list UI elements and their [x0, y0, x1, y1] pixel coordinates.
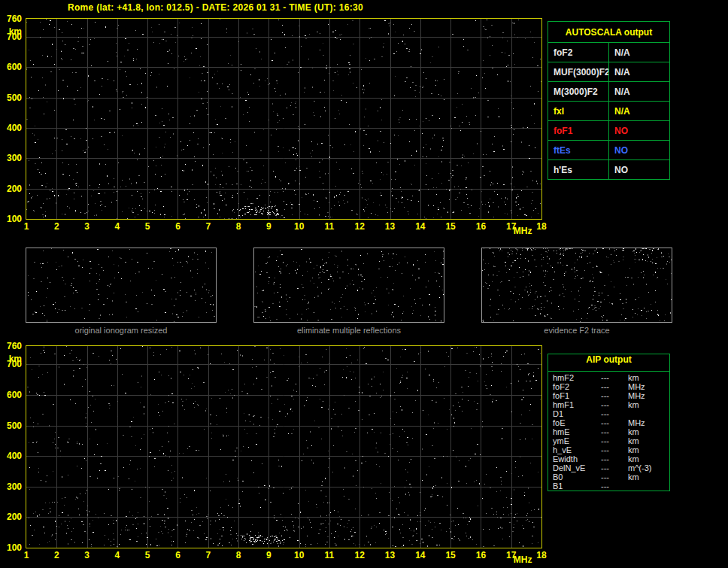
autoscala-row-fof1: foF1NO — [548, 121, 670, 141]
y-tick-label: 100 — [1, 214, 22, 223]
x-tick-label: 10 — [290, 551, 308, 560]
aip-param-label: hmF2 — [553, 373, 601, 382]
y-tick-label: 200 — [1, 184, 22, 193]
aip-param-value: --- — [601, 409, 628, 418]
panel-caption-eliminate-reflections: eliminate multiple reflections — [253, 326, 444, 335]
aip-row-b1: B1--- — [548, 481, 669, 491]
x-tick-label: 9 — [259, 222, 278, 231]
panel-eliminate-reflections-canvas — [254, 248, 444, 322]
x-tick-label: 15 — [441, 551, 460, 560]
autoscala-param-label: MUF(3000)F2 — [548, 62, 609, 82]
panel-caption-evidence-f2-trace: evidence F2 trace — [481, 326, 672, 335]
autoscala-param-value: NO — [609, 121, 670, 141]
x-tick-label: 11 — [320, 222, 338, 231]
x-tick-label: 6 — [168, 551, 187, 560]
aip-param-value: --- — [601, 400, 628, 409]
autoscala-row-m-3000-f2: M(3000)F2N/A — [548, 82, 670, 102]
autoscala-param-value: N/A — [609, 82, 670, 102]
aip-row-h-ve: h_vE---km — [548, 445, 669, 454]
autoscala-param-label: fxI — [548, 102, 609, 121]
x-tick-label: 4 — [108, 551, 126, 560]
autoscala-param-label: foF2 — [548, 43, 609, 62]
y-tick-label: 200 — [1, 512, 22, 521]
aip-param-unit: km — [628, 436, 665, 445]
aip-param-label: foE — [553, 418, 601, 427]
ionogram-bottom-plot — [26, 345, 542, 548]
aip-row-ewidth: Ewidth---km — [548, 454, 669, 463]
x-tick-label: 10 — [290, 222, 308, 231]
aip-param-unit — [628, 481, 665, 491]
autoscala-param-value: NO — [609, 141, 670, 160]
aip-output-table: AIP output hmF2---kmfoF2---MHzfoF1---MHz… — [548, 354, 670, 491]
panel-caption-original-ionogram: original ionogram resized — [26, 326, 217, 335]
autoscala-row-muf-3000-f2: MUF(3000)F2N/A — [548, 62, 670, 82]
autoscala-table-header: AUTOSCALA output — [548, 22, 670, 43]
x-tick-label: 14 — [411, 551, 429, 560]
aip-param-label: hmE — [553, 427, 601, 436]
x-tick-label: 15 — [441, 222, 460, 231]
aip-param-unit — [628, 409, 665, 418]
y-tick-label: 600 — [1, 390, 22, 399]
aip-param-value: --- — [601, 445, 628, 454]
x-tick-label: 2 — [47, 222, 65, 231]
aip-row-foe: foE---MHz — [548, 418, 669, 427]
aip-param-value: --- — [601, 472, 628, 481]
x-tick-label: 7 — [199, 222, 217, 231]
aip-param-label: DelN_vE — [553, 463, 601, 472]
aip-param-unit: km — [628, 373, 665, 382]
x-tick-label: 14 — [411, 222, 429, 231]
autoscala-row-fxi: fxIN/A — [548, 102, 670, 121]
autoscala-param-label: ftEs — [548, 141, 609, 160]
autoscala-param-label: foF1 — [548, 121, 609, 141]
x-tick-label: 3 — [78, 222, 96, 231]
aip-row-hmf1: hmF1---km — [548, 400, 669, 409]
aip-param-value: --- — [601, 463, 628, 472]
aip-param-unit: MHz — [628, 418, 665, 427]
aip-param-unit: km — [628, 400, 665, 409]
aip-param-value: --- — [601, 436, 628, 445]
aip-row-hme: hmE---km — [548, 427, 669, 436]
x-tick-label: 7 — [199, 551, 217, 560]
aip-row-fof2: foF2---MHz — [548, 382, 669, 391]
aip-param-label: ymE — [553, 436, 601, 445]
x-tick-label: 3 — [78, 551, 96, 560]
x-tick-label: 16 — [472, 222, 490, 231]
aip-row-hmf2: hmF2---km — [548, 373, 669, 382]
aip-param-value: --- — [601, 454, 628, 463]
aip-param-label: h_vE — [553, 445, 601, 454]
aip-param-unit: MHz — [628, 391, 665, 400]
aip-param-value: --- — [601, 373, 628, 382]
panel-original-ionogram — [26, 248, 217, 323]
y-axis-unit-label: km — [1, 354, 22, 363]
y-tick-label: 600 — [1, 62, 22, 71]
autoscala-param-value: N/A — [609, 102, 670, 121]
autoscala-param-value: NO — [609, 160, 670, 180]
aip-param-unit: m^(-3) — [628, 463, 665, 472]
aip-param-label: foF2 — [553, 382, 601, 391]
aip-param-label: D1 — [553, 409, 601, 418]
y-tick-label: 400 — [1, 451, 22, 460]
aip-param-value: --- — [601, 481, 628, 491]
aip-table-header: AIP output — [548, 354, 669, 372]
autoscala-param-label: h'Es — [548, 160, 609, 180]
aip-row-fof1: foF1---MHz — [548, 391, 669, 400]
x-tick-label: 9 — [259, 551, 278, 560]
x-tick-label: 16 — [472, 551, 490, 560]
x-tick-label: 12 — [350, 551, 369, 560]
x-tick-label: 5 — [138, 551, 156, 560]
autoscala-row-h-es: h'EsNO — [548, 160, 670, 180]
y-tick-label: 500 — [1, 421, 22, 430]
aip-param-unit: MHz — [628, 382, 665, 391]
aip-row-yme: ymE---km — [548, 436, 669, 445]
autoscala-table-header-row: AUTOSCALA output — [548, 22, 670, 43]
ionogram-top-canvas — [26, 19, 541, 219]
x-tick-label: 12 — [350, 222, 369, 231]
aip-param-label: hmF1 — [553, 400, 601, 409]
aip-param-unit: km — [628, 427, 665, 436]
y-tick-label: 500 — [1, 93, 22, 102]
x-tick-label: 8 — [229, 551, 247, 560]
page-title: Rome (lat: +41.8, lon: 012.5) - DATE: 20… — [68, 2, 363, 13]
aip-param-label: B0 — [553, 472, 601, 481]
x-tick-label: 13 — [381, 222, 399, 231]
panel-original-ionogram-canvas — [26, 248, 216, 322]
